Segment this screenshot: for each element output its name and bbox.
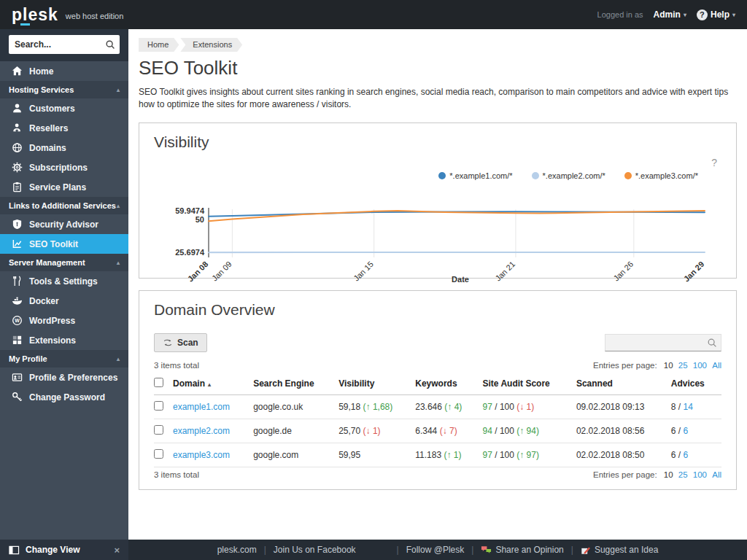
sidebar-item-home[interactable]: Home: [0, 61, 128, 81]
advices-total-link[interactable]: 14: [683, 402, 692, 412]
sidebar-item-label: Subscriptions: [29, 163, 88, 173]
row-checkbox[interactable]: [154, 449, 163, 459]
entries-option-all[interactable]: All: [712, 361, 721, 370]
sidebar-item-label: Tools & Settings: [29, 276, 98, 287]
scan-button[interactable]: Scan: [154, 333, 207, 352]
entries-option-100[interactable]: 100: [693, 361, 707, 370]
sidebar-item-service-plans[interactable]: Service Plans: [0, 177, 128, 197]
sidebar-item-resellers[interactable]: Resellers: [0, 118, 128, 138]
chart-help-icon[interactable]: ?: [711, 157, 717, 168]
page-description: SEO Toolkit gives insights about current…: [139, 86, 737, 112]
footer-link-plesk[interactable]: plesk.com: [217, 545, 257, 555]
svg-text:50: 50: [196, 215, 204, 224]
advices-done: 6: [671, 426, 676, 436]
col-visibility[interactable]: Visibility: [338, 373, 415, 395]
svg-text:59.9474: 59.9474: [175, 206, 205, 215]
advices-total-link[interactable]: 6: [683, 450, 688, 460]
entries-option-100[interactable]: 100: [693, 470, 707, 479]
user-menu[interactable]: Admin ▾: [654, 9, 686, 20]
sidebar-section-my-profile[interactable]: My Profile ▴: [0, 350, 128, 368]
domain-link[interactable]: example2.com: [173, 426, 230, 436]
visibility-line-chart: 59.94745025.6974Jan 08Jan 09Jan 15Jan 21…: [154, 182, 721, 285]
advices-done: 8: [671, 402, 676, 412]
edition-label: web host edition: [66, 12, 124, 20]
breadcrumb-home[interactable]: Home: [139, 38, 179, 52]
sidebar-item-security-advisor[interactable]: Security Advisor: [0, 214, 128, 234]
legend-item[interactable]: *.example2.com/*: [532, 170, 605, 182]
row-checkbox[interactable]: [154, 401, 163, 411]
scanned-cell: 02.02.2018 08:50: [576, 443, 671, 467]
sidebar-item-customers[interactable]: Customers: [0, 98, 128, 118]
entries-option-10: 10: [664, 361, 673, 370]
keywords-delta: (↓ 7): [440, 426, 457, 436]
scanned-cell: 09.02.2018 09:13: [576, 394, 671, 419]
sidebar-item-wordpress[interactable]: W WordPress: [0, 311, 128, 330]
sidebar-section-additional-services[interactable]: Links to Additional Services ▴: [0, 197, 128, 214]
entries-option-25[interactable]: 25: [678, 361, 688, 370]
change-view-label: Change View: [26, 545, 80, 555]
help-menu[interactable]: ? Help ▾: [697, 9, 735, 20]
logged-in-label: Logged in as: [597, 10, 643, 19]
footer-link-twitter[interactable]: Follow @Plesk: [406, 545, 465, 555]
sidebar-item-change-password[interactable]: Change Password: [0, 387, 128, 407]
separator: |: [397, 545, 399, 555]
items-total: 3 items total: [154, 361, 199, 370]
sidebar-item-profile-preferences[interactable]: Profile & Preferences: [0, 368, 128, 387]
section-label: Links to Additional Services: [9, 201, 116, 210]
domain-link[interactable]: example3.com: [173, 450, 230, 460]
help-label: Help: [711, 9, 729, 20]
entries-option-all[interactable]: All: [712, 470, 721, 479]
chevron-down-icon: ▾: [684, 12, 686, 18]
footer: plesk.com | Join Us on Facebook | Follow…: [128, 540, 747, 560]
table-search-input[interactable]: [605, 334, 721, 351]
row-checkbox[interactable]: [154, 425, 163, 435]
svg-text:Jan 21: Jan 21: [494, 260, 517, 283]
change-view-bar[interactable]: Change View ×: [0, 540, 128, 560]
breadcrumb-extensions[interactable]: Extensions: [180, 38, 242, 52]
sidebar-item-seo-toolkit[interactable]: SEO Toolkit: [0, 234, 128, 254]
sidebar-item-label: Docker: [29, 296, 59, 306]
entries-option-25[interactable]: 25: [678, 470, 688, 479]
search-icon: [105, 39, 115, 50]
sidebar-section-hosting-services[interactable]: Hosting Services ▴: [0, 81, 128, 98]
footer-link-facebook[interactable]: Join Us on Facebook: [274, 545, 356, 555]
col-domain[interactable]: Domain▴: [173, 373, 253, 395]
footer-link-opinion[interactable]: Share an Opinion: [481, 545, 563, 555]
keywords-cell: 11.183 (↑ 1): [415, 443, 482, 467]
user-name: Admin: [654, 9, 681, 20]
page-title: SEO Toolkit: [139, 57, 737, 79]
audit-score: 97: [483, 450, 492, 460]
col-scanned[interactable]: Scanned: [576, 373, 671, 395]
col-site-audit-score[interactable]: Site Audit Score: [483, 373, 576, 395]
close-icon[interactable]: ×: [114, 545, 120, 556]
sidebar-item-extensions[interactable]: Extensions: [0, 330, 128, 350]
sidebar-section-server-management[interactable]: Server Management ▴: [0, 254, 128, 271]
audit-delta: (↓ 1): [516, 402, 534, 412]
sidebar-item-docker[interactable]: Docker: [0, 291, 128, 311]
legend-dot-icon: [438, 172, 446, 179]
search-input[interactable]: [9, 35, 120, 54]
col-advices[interactable]: Advices: [671, 373, 721, 395]
legend-item[interactable]: *.example1.com/*: [438, 170, 512, 182]
sidebar-item-subscriptions[interactable]: Subscriptions: [0, 158, 128, 177]
legend-label: *.example2.com/*: [543, 171, 605, 180]
visibility-delta: (↓ 1): [363, 426, 381, 436]
audit-score-cell: 94 / 100 (↑ 94): [483, 419, 576, 443]
footer-link-idea[interactable]: Suggest an Idea: [581, 545, 658, 555]
col-keywords[interactable]: Keywords: [415, 373, 482, 395]
col-search-engine[interactable]: Search Engine: [253, 373, 338, 395]
domain-link[interactable]: example1.com: [173, 402, 230, 412]
plesk-logo[interactable]: plesk: [12, 7, 58, 23]
sidebar-item-tools-settings[interactable]: Tools & Settings: [0, 271, 128, 291]
audit-delta: (↑ 97): [516, 450, 539, 460]
sidebar-item-domains[interactable]: Domains: [0, 138, 128, 158]
resellers-icon: [11, 122, 23, 134]
items-total: 3 items total: [154, 470, 199, 479]
globe-icon: [11, 142, 23, 154]
visibility-cell: 59,95: [338, 443, 415, 467]
legend-item[interactable]: *.example3.com/*: [624, 170, 698, 182]
advices-total-link[interactable]: 6: [683, 426, 688, 436]
separator: |: [264, 545, 266, 555]
wordpress-icon: W: [11, 315, 23, 327]
select-all-checkbox[interactable]: [154, 378, 163, 387]
